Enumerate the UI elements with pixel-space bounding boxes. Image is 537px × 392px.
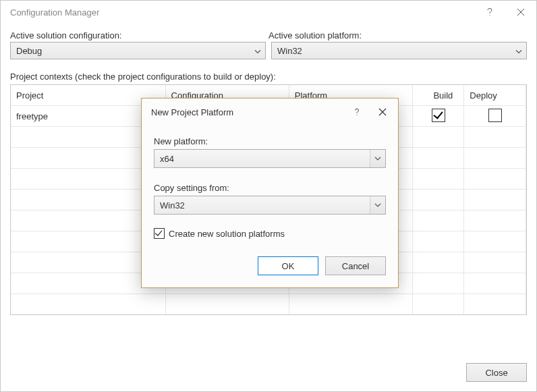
dialog-help-button[interactable]: [344, 101, 370, 123]
active-platform-label: Active solution platform:: [268, 30, 527, 40]
new-platform-select[interactable]: x64: [154, 149, 386, 168]
close-button[interactable]: Close: [466, 363, 527, 382]
create-new-solution-platforms-checkbox[interactable]: [154, 228, 165, 239]
footer: Close: [466, 363, 527, 382]
create-new-solution-platforms-label: Create new solution platforms: [169, 229, 285, 239]
project-contexts-label: Project contexts (check the project conf…: [10, 72, 527, 82]
window-title: Configuration Manager: [10, 7, 99, 18]
build-checkbox[interactable]: [432, 109, 445, 122]
active-config-label: Active solution configuration:: [10, 30, 268, 40]
dialog-title: New Project Platform: [151, 107, 233, 117]
copy-settings-select[interactable]: Win32: [154, 196, 386, 215]
new-platform-label: New platform:: [154, 136, 386, 146]
titlebar: Configuration Manager: [1, 1, 536, 24]
chevron-down-icon: [370, 196, 385, 214]
active-platform-select[interactable]: Win32: [271, 42, 527, 59]
chevron-down-icon: [254, 46, 261, 56]
deploy-checkbox[interactable]: [488, 109, 502, 122]
chevron-down-icon: [515, 46, 522, 56]
svg-point-1: [357, 115, 358, 115]
ok-button[interactable]: OK: [258, 256, 318, 275]
new-platform-value: x64: [160, 154, 174, 164]
dialog-titlebar: New Project Platform: [142, 99, 398, 125]
col-build: Build: [413, 85, 464, 106]
active-config-value: Debug: [16, 46, 42, 56]
dialog-close-button[interactable]: [370, 101, 395, 123]
copy-settings-value: Win32: [160, 200, 185, 211]
svg-point-0: [489, 15, 490, 16]
help-button[interactable]: [474, 1, 505, 24]
close-window-button[interactable]: [505, 1, 536, 24]
active-config-select[interactable]: Debug: [10, 42, 266, 59]
col-deploy: Deploy: [464, 85, 526, 106]
config-manager-window: Configuration Manager Active solution co…: [0, 0, 537, 392]
chevron-down-icon: [370, 150, 385, 167]
active-platform-value: Win32: [277, 46, 302, 56]
cancel-button[interactable]: Cancel: [325, 256, 386, 275]
new-project-platform-dialog: New Project Platform New platform: x64 C…: [141, 98, 399, 288]
copy-settings-label: Copy settings from:: [154, 183, 386, 193]
